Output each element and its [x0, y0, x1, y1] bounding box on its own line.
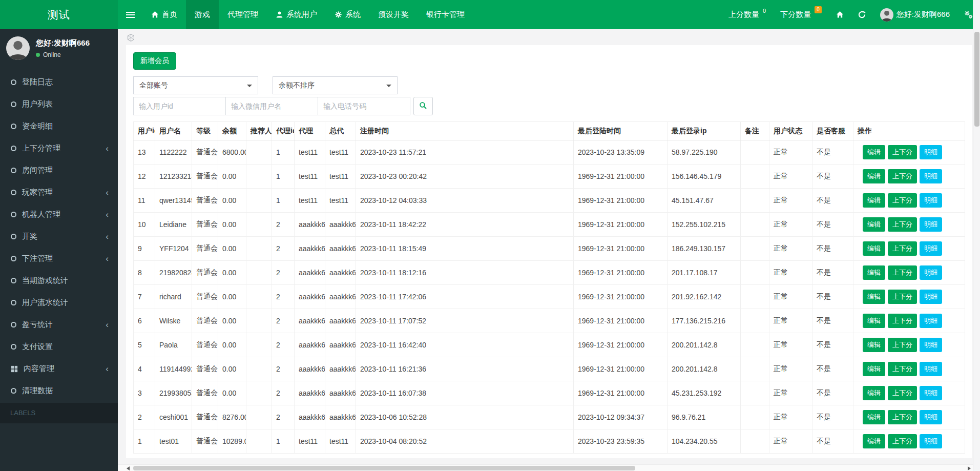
scroll-left-arrow[interactable]	[127, 466, 130, 470]
nav-item-system-users[interactable]: 系统用户	[267, 0, 326, 29]
angle-left-icon: ‹	[106, 364, 109, 373]
details-button[interactable]: 明细	[920, 265, 942, 280]
scroll-right-arrow[interactable]	[968, 466, 971, 470]
edit-button[interactable]: 编辑	[863, 386, 885, 400]
down-score-link[interactable]: 下分数量0	[773, 0, 829, 29]
sidebar-item-current-game-stats[interactable]: 当期游戏统计	[0, 270, 118, 292]
nav-item-system[interactable]: 系统	[326, 0, 369, 29]
score-adjust-button[interactable]: 上下分	[888, 386, 917, 400]
sidebar-item-player-management[interactable]: 玩家管理‹	[0, 181, 118, 203]
details-button[interactable]: 明细	[920, 193, 942, 208]
edit-button[interactable]: 编辑	[863, 338, 885, 352]
score-adjust-button[interactable]: 上下分	[888, 410, 917, 424]
score-adjust-button[interactable]: 上下分	[888, 314, 917, 328]
score-adjust-button[interactable]: 上下分	[888, 434, 917, 448]
edit-button[interactable]: 编辑	[863, 362, 885, 376]
sidebar-item-robot-management[interactable]: 机器人管理‹	[0, 203, 118, 226]
sidebar-item-login-log[interactable]: 登陆日志	[0, 71, 118, 93]
online-dot	[36, 53, 40, 57]
circle-icon	[11, 212, 16, 217]
cell: test11	[295, 429, 325, 454]
details-button[interactable]: 明细	[920, 169, 942, 183]
scrollbar-thumb[interactable]	[133, 466, 635, 470]
score-adjust-button[interactable]: 上下分	[888, 217, 917, 232]
cell	[246, 285, 272, 309]
sidebar-item-label: 内容管理	[24, 364, 54, 374]
add-member-button[interactable]: 新增会员	[133, 52, 176, 70]
edit-button[interactable]: 编辑	[863, 241, 885, 256]
sidebar-item-bet-management[interactable]: 下注管理‹	[0, 248, 118, 270]
account-type-select[interactable]: 全部账号	[133, 76, 258, 94]
details-button[interactable]: 明细	[920, 434, 942, 448]
details-button[interactable]: 明细	[920, 314, 942, 328]
cell: 正常	[769, 357, 812, 381]
cell: 0.00	[218, 165, 246, 189]
details-button[interactable]: 明细	[920, 290, 942, 304]
nav-item-preset-draw[interactable]: 预设开奖	[369, 0, 418, 29]
sidebar-item-label: 上下分管理	[22, 144, 60, 153]
sidebar-item-content-management[interactable]: 内容管理‹	[0, 358, 118, 380]
up-score-link[interactable]: 上分数量0	[721, 0, 773, 29]
sidebar-item-fund-details[interactable]: 资金明细	[0, 115, 118, 137]
edit-button[interactable]: 编辑	[863, 434, 885, 448]
table-row: 6Wilske普通会员0.002aaakkk666aaakkk6662023-1…	[134, 309, 965, 333]
details-button[interactable]: 明细	[920, 410, 942, 424]
score-adjust-button[interactable]: 上下分	[888, 338, 917, 352]
edit-button[interactable]: 编辑	[863, 265, 885, 280]
details-button[interactable]: 明细	[920, 362, 942, 376]
details-button[interactable]: 明细	[920, 241, 942, 256]
sidebar-item-payment-settings[interactable]: 支付设置	[0, 336, 118, 358]
sidebar-item-profit-loss-stats[interactable]: 盈亏统计‹	[0, 314, 118, 336]
sidebar-item-label: 机器人管理	[22, 210, 60, 219]
score-adjust-button[interactable]: 上下分	[888, 362, 917, 376]
hamburger-icon[interactable]	[118, 0, 142, 29]
search-button[interactable]	[413, 97, 433, 115]
score-adjust-button[interactable]: 上下分	[888, 169, 917, 183]
nav-item-agents[interactable]: 代理管理	[219, 0, 267, 29]
edit-button[interactable]: 编辑	[863, 145, 885, 159]
sidebar-item-user-flow-stats[interactable]: 用户流水统计	[0, 292, 118, 314]
table-row: 11qwer1314521普通会员0.001test11test112023-1…	[134, 189, 965, 213]
details-button[interactable]: 明细	[920, 217, 942, 232]
edit-button[interactable]: 编辑	[863, 217, 885, 232]
edit-button[interactable]: 编辑	[863, 314, 885, 328]
details-button[interactable]: 明细	[920, 386, 942, 400]
details-button[interactable]: 明细	[920, 145, 942, 159]
sidebar-item-lottery-draw[interactable]: 开奖‹	[0, 226, 118, 248]
refresh-button[interactable]	[851, 0, 873, 29]
cell: ceshi001	[155, 405, 192, 429]
cell: 11	[134, 189, 155, 213]
column-header: 最后登陆时间	[574, 122, 668, 140]
balance-sort-select[interactable]: 余额不排序	[273, 76, 398, 94]
score-adjust-button[interactable]: 上下分	[888, 265, 917, 280]
cell: 正常	[769, 189, 812, 213]
score-adjust-button[interactable]: 上下分	[888, 241, 917, 256]
sidebar-item-user-list[interactable]: 用户列表	[0, 93, 118, 115]
score-adjust-button[interactable]: 上下分	[888, 145, 917, 159]
cell: 186.249.130.157	[668, 237, 741, 261]
score-adjust-button[interactable]: 上下分	[888, 290, 917, 304]
wechat-username-input[interactable]	[225, 97, 318, 115]
sidebar-item-room-management[interactable]: 房间管理	[0, 159, 118, 181]
scrollbar-thumb[interactable]	[974, 32, 979, 127]
vertical-scrollbar[interactable]	[973, 0, 980, 471]
edit-button[interactable]: 编辑	[863, 290, 885, 304]
home-shortcut-button[interactable]	[829, 0, 851, 29]
brand[interactable]: 测试	[0, 0, 118, 29]
cell	[246, 140, 272, 165]
sidebar-item-score-management[interactable]: 上下分管理‹	[0, 137, 118, 159]
nav-item-home[interactable]: 首页	[142, 0, 186, 29]
edit-button[interactable]: 编辑	[863, 410, 885, 424]
navbar-user-menu[interactable]: 您好:发财啊666	[873, 0, 957, 29]
user-id-input[interactable]	[133, 97, 226, 115]
nav-item-games[interactable]: 游戏	[186, 0, 219, 29]
edit-button[interactable]: 编辑	[863, 193, 885, 208]
details-button[interactable]: 明细	[920, 338, 942, 352]
nav-item-bank-cards[interactable]: 银行卡管理	[418, 0, 473, 29]
horizontal-scrollbar[interactable]	[118, 464, 973, 471]
edit-button[interactable]: 编辑	[863, 169, 885, 183]
phone-number-input[interactable]	[318, 97, 410, 115]
score-adjust-button[interactable]: 上下分	[888, 193, 917, 208]
cell: 1969-12-31 21:00:00	[574, 213, 668, 237]
sidebar-item-clean-data[interactable]: 清理数据	[0, 380, 118, 402]
